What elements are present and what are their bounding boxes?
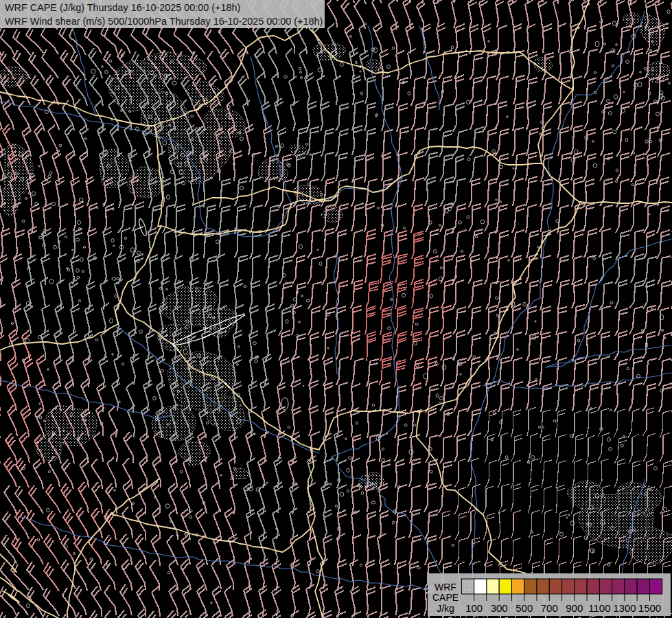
svg-text:WRF Wind shear (m/s) 500/1000h: WRF Wind shear (m/s) 500/1000hPa Thursda… [5,16,323,27]
svg-text:1300: 1300 [613,602,636,614]
svg-text:500: 500 [515,602,533,614]
svg-text:WRF CAPE (J/kg) Thursday 16-10: WRF CAPE (J/kg) Thursday 16-10-2025 00:0… [5,2,240,13]
svg-text:1500: 1500 [638,602,661,614]
svg-text:900: 900 [566,602,583,614]
svg-text:100: 100 [465,602,483,614]
svg-text:700: 700 [541,602,558,614]
svg-text:1100: 1100 [588,602,610,614]
svg-text:300: 300 [491,602,508,614]
svg-text:WRF: WRF [435,582,456,593]
svg-text:CAPE: CAPE [432,592,459,603]
svg-text:J/kg: J/kg [437,603,454,614]
